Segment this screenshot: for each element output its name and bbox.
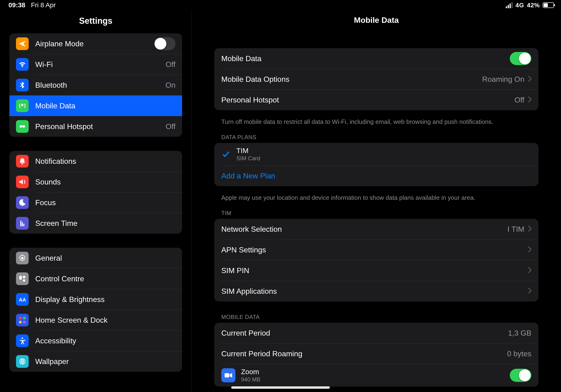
svg-rect-3	[21, 163, 23, 164]
data-plan-carrier: TIM	[236, 147, 260, 155]
wallpaper-icon	[16, 355, 29, 368]
accessibility-icon	[16, 334, 29, 347]
battery-percent: 42%	[527, 2, 540, 9]
mobile-data-toggle-row[interactable]: Mobile Data	[214, 48, 539, 69]
sidebar-group: NotificationsSoundsFocusScreen Time	[9, 151, 182, 234]
detail-pane: Mobile Data Mobile Data Mobile Data Opti…	[192, 10, 561, 392]
zoom-app-icon	[221, 368, 235, 382]
sidebar-item-bluetooth[interactable]: BluetoothOn	[9, 75, 182, 95]
personal-hotspot-value: Off	[515, 96, 524, 104]
current-period-roaming-value: 0 bytes	[507, 349, 531, 358]
sidebar-item-value: Off	[166, 122, 175, 131]
sidebar-item-sounds[interactable]: Sounds	[9, 172, 182, 192]
notifications-icon	[16, 155, 29, 168]
sidebar-item-notifications[interactable]: Notifications	[9, 151, 182, 172]
chevron-right-icon	[528, 226, 531, 233]
sidebar-item-controlcentre[interactable]: Control Centre	[9, 268, 182, 289]
sidebar-item-label: Screen Time	[35, 219, 175, 228]
mobile-data-usage-header: MOBILE DATA	[214, 306, 539, 323]
display-icon: AA	[16, 293, 29, 306]
mobile-data-toggle[interactable]	[510, 52, 531, 65]
svg-point-13	[22, 338, 23, 339]
controlcentre-icon	[16, 272, 29, 285]
svg-rect-12	[23, 321, 26, 323]
status-date: Fri 8 Apr	[31, 1, 56, 9]
personal-hotspot-label: Personal Hotspot	[221, 96, 515, 104]
home-indicator[interactable]	[231, 386, 330, 389]
sim-applications-row[interactable]: SIM Applications	[214, 281, 539, 302]
sidebar-item-display[interactable]: AADisplay & Brightness	[9, 289, 182, 310]
homescreen-icon	[16, 314, 29, 327]
chevron-right-icon	[528, 246, 531, 253]
sidebar-item-label: Personal Hotspot	[35, 122, 166, 131]
cellular-signal-icon	[506, 2, 513, 8]
battery-icon	[543, 2, 554, 8]
mobile-data-options-label: Mobile Data Options	[221, 75, 482, 84]
sidebar-item-hotspot[interactable]: Personal HotspotOff	[9, 116, 182, 137]
sidebar-item-screentime[interactable]: Screen Time	[9, 213, 182, 234]
apn-settings-label: APN Settings	[221, 246, 524, 254]
data-plans-header: DATA PLANS	[214, 126, 539, 143]
chevron-right-icon	[528, 267, 531, 274]
sidebar-item-general[interactable]: General	[9, 248, 182, 268]
sidebar-item-accessibility[interactable]: Accessibility	[9, 330, 182, 351]
sidebar-group: GeneralControl CentreAADisplay & Brightn…	[9, 248, 182, 372]
checkmark-icon	[221, 150, 231, 158]
app-usage-row-zoom[interactable]: Zoom 940 MB	[214, 364, 539, 387]
airplane-icon	[16, 37, 29, 50]
bluetooth-icon	[16, 79, 29, 91]
svg-rect-9	[19, 317, 22, 319]
svg-rect-2	[21, 126, 24, 127]
sidebar-item-value: Off	[166, 60, 175, 69]
app-usage-amount: 940 MB	[241, 376, 510, 383]
svg-point-15	[22, 361, 23, 362]
focus-icon	[16, 196, 29, 209]
mobile-icon	[16, 99, 29, 112]
status-bar: 09:38 Fri 8 Apr 4G 42%	[0, 0, 561, 10]
tim-group: Network Selection I TIM APN Settings SIM…	[214, 219, 539, 302]
sim-pin-row[interactable]: SIM PIN	[214, 260, 539, 281]
mobile-data-footer: Turn off mobile data to restrict all dat…	[214, 114, 539, 126]
tim-header: TIM	[214, 202, 539, 219]
svg-point-4	[21, 257, 24, 260]
sidebar-item-value: On	[165, 81, 175, 89]
sidebar-item-label: Home Screen & Dock	[35, 316, 175, 325]
data-plans-group: TIM SIM Card Add a New Plan	[214, 143, 539, 186]
app-usage-toggle[interactable]	[510, 369, 531, 382]
sidebar-item-wallpaper[interactable]: Wallpaper	[9, 351, 182, 372]
sidebar-item-label: Wallpaper	[35, 357, 175, 366]
add-new-plan-row[interactable]: Add a New Plan	[214, 165, 539, 186]
sidebar-item-mobile[interactable]: Mobile Data	[9, 95, 182, 116]
network-selection-value: I TIM	[507, 225, 524, 234]
mobile-data-options-row[interactable]: Mobile Data Options Roaming On	[214, 69, 539, 89]
sidebar-item-focus[interactable]: Focus	[9, 192, 182, 213]
mobile-data-toggle-label: Mobile Data	[221, 54, 510, 63]
svg-rect-5	[19, 276, 22, 280]
svg-rect-10	[23, 317, 26, 319]
mobile-data-usage-group: Current Period 1,3 GB Current Period Roa…	[214, 323, 539, 387]
personal-hotspot-row[interactable]: Personal Hotspot Off	[214, 89, 539, 110]
screentime-icon	[16, 217, 29, 230]
sounds-icon	[16, 175, 29, 188]
sidebar-item-label: General	[35, 254, 175, 262]
sidebar-item-label: Display & Brightness	[35, 295, 175, 304]
network-selection-row[interactable]: Network Selection I TIM	[214, 219, 539, 240]
general-icon	[16, 252, 29, 264]
apn-settings-row[interactable]: APN Settings	[214, 240, 539, 260]
svg-rect-11	[19, 321, 22, 323]
chevron-right-icon	[528, 76, 531, 83]
sidebar-item-airplane[interactable]: Airplane Mode	[9, 33, 182, 54]
current-period-label: Current Period	[221, 329, 508, 338]
svg-point-7	[23, 279, 25, 282]
airplane-toggle[interactable]	[154, 37, 175, 50]
sim-pin-label: SIM PIN	[221, 266, 524, 275]
data-plan-carrier-sub: SIM Card	[236, 155, 260, 162]
sidebar-item-wifi[interactable]: Wi-FiOff	[9, 54, 182, 75]
sidebar-item-homescreen[interactable]: Home Screen & Dock	[9, 310, 182, 330]
data-plans-footer: Apple may use your location and device i…	[214, 190, 539, 202]
current-period-row: Current Period 1,3 GB	[214, 323, 539, 343]
sidebar-item-label: Notifications	[35, 157, 175, 166]
sidebar-item-label: Airplane Mode	[35, 40, 154, 48]
data-plan-tim-row[interactable]: TIM SIM Card	[214, 143, 539, 165]
sidebar-item-label: Wi-Fi	[35, 60, 166, 69]
